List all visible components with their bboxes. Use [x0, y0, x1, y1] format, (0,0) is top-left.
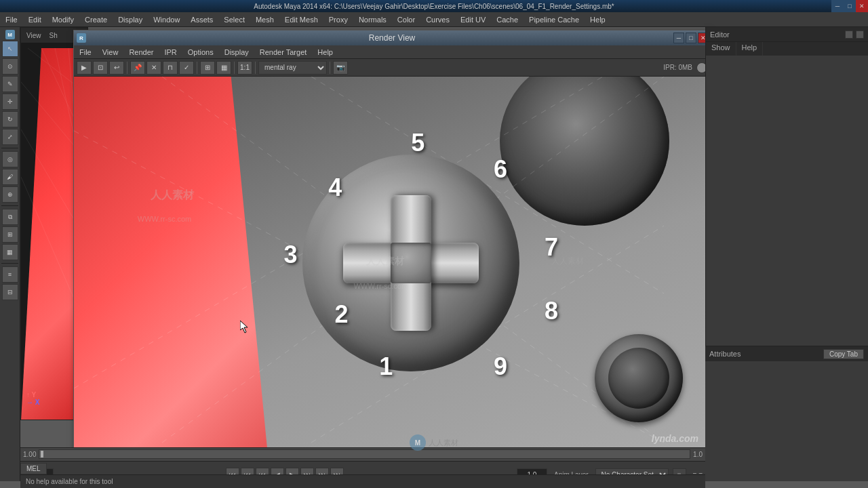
time-end: 1.0: [693, 451, 703, 458]
rotate-tool[interactable]: ↻: [2, 111, 18, 127]
scale-tool[interactable]: ⤢: [2, 129, 18, 145]
rv-ipr-label: IPR: 0MB: [663, 64, 692, 71]
menu-color[interactable]: Color: [392, 14, 420, 25]
render-canvas: 1 2 3 4 5 6 7 8 9 人人素材 WWW.rr-sc.com 人人素…: [74, 77, 710, 449]
maya-icon: M: [5, 30, 15, 39]
rv-clamp[interactable]: ⊓: [163, 61, 178, 75]
menu-edit[interactable]: Edit: [23, 14, 47, 25]
rv-menu-file[interactable]: File: [74, 47, 97, 57]
select-tool[interactable]: ↖: [2, 41, 18, 57]
minimize-button[interactable]: ─: [831, 0, 844, 12]
watermark-4: WWW.rr-sc.com: [354, 282, 408, 290]
layer-tool[interactable]: ≡: [2, 266, 18, 283]
rv-render-btn[interactable]: ▶: [77, 61, 92, 75]
editor-label: Editor: [710, 30, 730, 39]
right-panel-tabs: Show Help: [706, 42, 868, 56]
rv-menu-view[interactable]: View: [97, 47, 124, 57]
rv-menu-render-target[interactable]: Render Target: [254, 47, 313, 57]
menu-display[interactable]: Display: [113, 14, 148, 25]
round-button-inner: [608, 348, 669, 409]
render-tool[interactable]: ▦: [2, 244, 18, 260]
editor-minimize[interactable]: [845, 30, 853, 39]
rv-redo-prev[interactable]: ↩: [109, 61, 124, 75]
attributes-panel: Attributes Copy Tab: [705, 346, 868, 481]
tab-help[interactable]: Help: [736, 42, 764, 56]
copy-tab-button[interactable]: Copy Tab: [823, 349, 864, 359]
menu-edit-uv[interactable]: Edit UV: [455, 14, 491, 25]
menu-mesh[interactable]: Mesh: [250, 14, 279, 25]
editor-expand[interactable]: [856, 30, 864, 39]
right-panel-header: Editor: [706, 27, 868, 42]
watermark-5: 人人素材: [551, 256, 584, 267]
attr-label: Attributes: [709, 350, 741, 358]
separator3: [1, 263, 18, 264]
rv-check-all[interactable]: ✓: [179, 61, 194, 75]
title-text: Autodesk Maya 2014 x64: C:\Users\Veejay …: [254, 3, 614, 10]
rv-icon: R: [77, 33, 86, 43]
menu-pipeline-cache[interactable]: Pipeline Cache: [524, 14, 585, 25]
paint-select-tool[interactable]: ✎: [2, 76, 18, 92]
number-4: 4: [328, 174, 342, 202]
menu-select[interactable]: Select: [218, 14, 250, 25]
menu-file[interactable]: File: [0, 14, 23, 25]
close-button[interactable]: ✕: [856, 0, 868, 12]
separator2: [1, 205, 18, 206]
rv-menu-render[interactable]: Render: [123, 47, 159, 57]
rv-renderer-dropdown[interactable]: mental ray Maya Software Maya Hardware: [258, 61, 327, 75]
rv-channel-btn[interactable]: ▦: [216, 61, 231, 75]
tab-show[interactable]: Show: [706, 42, 736, 56]
rv-grid-btn[interactable]: ⊞: [200, 61, 215, 75]
rv-minimize[interactable]: ─: [673, 33, 684, 43]
rv-toolbar: ▶ ⊡ ↩ 📌 ✕ ⊓ ✓ ⊞ ▦ 1:1 mental ray Maya So…: [74, 59, 710, 77]
menu-normals[interactable]: Normals: [353, 14, 392, 25]
menu-curves[interactable]: Curves: [420, 14, 455, 25]
rv-ratio-btn[interactable]: 1:1: [237, 61, 252, 75]
rv-restore[interactable]: □: [686, 33, 696, 43]
rv-snapshot-btn[interactable]: 📷: [333, 61, 348, 75]
show-manip-tool[interactable]: ⊕: [2, 186, 18, 203]
rv-icon-area: R: [77, 33, 86, 43]
snap-together-tool[interactable]: ⧉: [2, 209, 18, 225]
menu-help[interactable]: Help: [585, 14, 611, 25]
rv-menu-options[interactable]: Options: [182, 47, 219, 57]
rv-sep4: [255, 62, 256, 74]
rv-sep1: [127, 62, 127, 74]
move-tool[interactable]: ✛: [2, 94, 18, 110]
menu-window[interactable]: Window: [148, 14, 185, 25]
rv-menu-help[interactable]: Help: [312, 47, 338, 57]
mel-mode[interactable]: MEL: [20, 463, 47, 474]
number-5: 5: [411, 129, 425, 157]
right-panel: Editor Show Help Attributes Copy Tab: [705, 27, 868, 481]
menu-cache[interactable]: Cache: [491, 14, 524, 25]
timeline-track[interactable]: [39, 449, 690, 459]
menu-assets[interactable]: Assets: [185, 14, 218, 25]
rv-menu-display[interactable]: Display: [219, 47, 254, 57]
watermark-1: 人人素材: [151, 188, 194, 203]
rv-title-text: Render View: [369, 33, 415, 43]
sculpt-tool[interactable]: 🖌: [2, 169, 18, 185]
shading-tab[interactable]: Sh: [47, 31, 60, 40]
grid-tool[interactable]: ⊞: [2, 226, 18, 243]
main-menu-bar: File Edit Modify Create Display Window A…: [0, 12, 868, 27]
rv-remove-img[interactable]: ✕: [146, 61, 161, 75]
rv-render-region[interactable]: ⊡: [93, 61, 108, 75]
menu-edit-mesh[interactable]: Edit Mesh: [279, 14, 323, 25]
layer-tool2[interactable]: ⊟: [2, 284, 18, 300]
number-9: 9: [494, 352, 507, 381]
number-2: 2: [335, 300, 349, 329]
rv-menu-ipr[interactable]: IPR: [159, 47, 182, 57]
menu-modify[interactable]: Modify: [47, 14, 79, 25]
menu-proxy[interactable]: Proxy: [323, 14, 353, 25]
lasso-tool[interactable]: ⊙: [2, 58, 18, 75]
soft-mod-tool[interactable]: ◎: [2, 151, 18, 167]
maximize-button[interactable]: □: [844, 0, 856, 12]
timeline-cursor: [41, 451, 43, 458]
watermark-3: 人人素材: [366, 256, 404, 268]
view-tab[interactable]: View: [24, 31, 44, 40]
rv-menu-bar: File View Render IPR Options Display Ren…: [74, 45, 710, 59]
menu-create[interactable]: Create: [79, 14, 113, 25]
rv-keep-img[interactable]: 📌: [130, 61, 145, 75]
number-8: 8: [545, 297, 558, 325]
maya-window: Autodesk Maya 2014 x64: C:\Users\Veejay …: [0, 0, 868, 488]
title-bar: Autodesk Maya 2014 x64: C:\Users\Veejay …: [0, 0, 868, 12]
